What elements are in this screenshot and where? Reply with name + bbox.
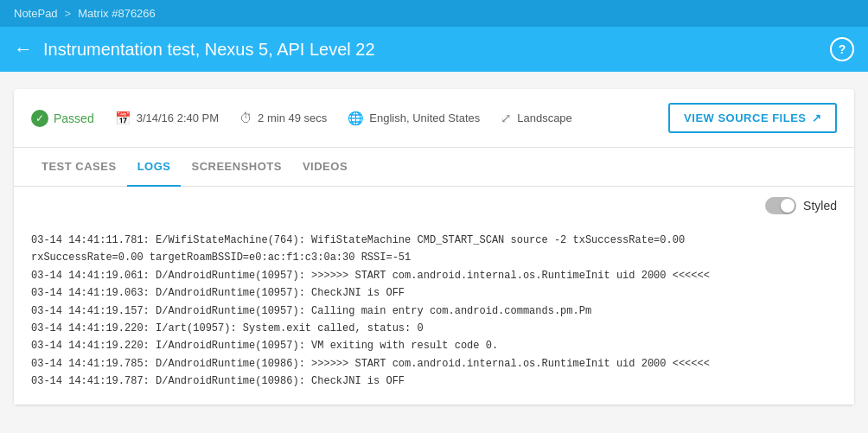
orientation-label: Landscape	[517, 111, 572, 124]
log-line: 03-14 14:41:19.063: D/AndroidRuntime(109…	[31, 284, 837, 302]
calendar-icon: 📅	[115, 111, 131, 126]
top-nav: NotePad > Matrix #876266	[0, 0, 868, 27]
help-button[interactable]: ?	[830, 37, 854, 61]
styled-toggle[interactable]	[765, 197, 796, 214]
log-line: 03-14 14:41:19.220: I/art(10957): System…	[31, 320, 837, 337]
check-circle-icon: ✓	[31, 110, 48, 127]
header-bar: ← Instrumentation test, Nexus 5, API Lev…	[0, 27, 868, 72]
orientation-icon: ⤢	[501, 111, 512, 126]
log-line: 03-14 14:41:19.787: D/AndroidRuntime(109…	[31, 373, 837, 390]
tab-logs[interactable]: LOGS	[127, 148, 182, 187]
orientation-meta: ⤢ Landscape	[501, 111, 572, 126]
date-label: 3/14/16 2:40 PM	[137, 111, 219, 124]
tab-videos[interactable]: VIDEOS	[292, 148, 358, 187]
log-line: 03-14 14:41:11.781: E/WifiStateMachine(7…	[31, 232, 837, 249]
status-label: Passed	[54, 111, 94, 125]
duration-label: 2 min 49 secs	[258, 111, 327, 124]
view-source-label: VIEW SOURCE FILES	[684, 111, 806, 124]
external-link-icon: ↗	[812, 111, 822, 124]
log-line: 03-14 14:41:19.785: D/AndroidRuntime(109…	[31, 355, 837, 373]
log-line: rxSuccessRate=0.00 targetRoamBSSID=e0:ac…	[31, 249, 837, 266]
locale-label: English, United States	[369, 111, 480, 124]
page-title: Instrumentation test, Nexus 5, API Level…	[43, 40, 375, 60]
globe-icon: 🌐	[348, 111, 364, 126]
tab-screenshots[interactable]: SCREENSHOTS	[181, 148, 291, 187]
tabs-bar: TEST CASES LOGS SCREENSHOTS VIDEOS	[14, 148, 854, 187]
app-name[interactable]: NotePad	[14, 7, 58, 20]
tab-test-cases[interactable]: TEST CASES	[31, 148, 127, 187]
matrix-label[interactable]: Matrix #876266	[78, 7, 156, 20]
back-button[interactable]: ←	[14, 40, 33, 59]
status-row: ✓ Passed 📅 3/14/16 2:40 PM ⏱ 2 min 49 se…	[14, 89, 854, 148]
styled-label: Styled	[803, 199, 837, 213]
log-line: 03-14 14:41:19.220: I/AndroidRuntime(109…	[31, 337, 837, 354]
log-header: Styled	[14, 187, 854, 225]
log-content: 03-14 14:41:11.781: E/WifiStateMachine(7…	[14, 225, 854, 404]
clock-icon: ⏱	[239, 111, 252, 125]
view-source-button[interactable]: VIEW SOURCE FILES ↗	[668, 103, 837, 133]
log-line: 03-14 14:41:19.157: D/AndroidRuntime(109…	[31, 302, 837, 320]
breadcrumb-sep: >	[65, 7, 72, 20]
help-icon: ?	[839, 42, 846, 56]
status-badge: ✓ Passed	[31, 110, 94, 127]
log-line: 03-14 14:41:19.061: D/AndroidRuntime(109…	[31, 267, 837, 284]
date-meta: 📅 3/14/16 2:40 PM	[115, 111, 219, 126]
duration-meta: ⏱ 2 min 49 secs	[239, 111, 327, 125]
locale-meta: 🌐 English, United States	[348, 111, 480, 126]
